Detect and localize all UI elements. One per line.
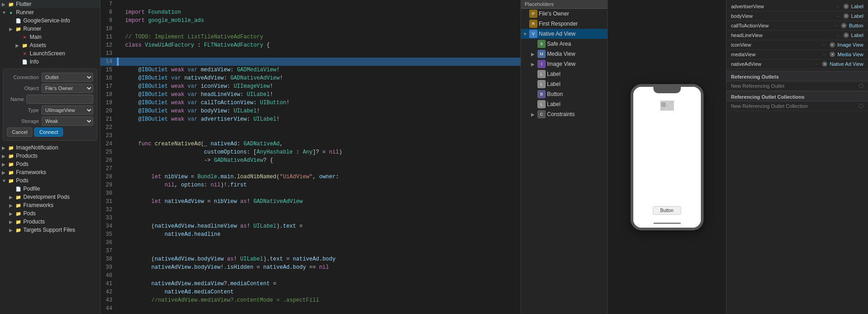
ib-item-label: Image View [547, 61, 575, 67]
sidebar-item-pods-expanded[interactable]: ▼ 📁 Pods [0, 176, 100, 185]
ib-item-label: Media View [547, 51, 575, 57]
sidebar-item-info[interactable]: 📄 Info [0, 58, 100, 66]
phone-frame: Button [631, 84, 704, 230]
ib-constraints[interactable]: ▶ C Constraints [521, 109, 607, 119]
ib-media-view[interactable]: ▶ M Media View [521, 49, 607, 59]
code-line-22: 22 [100, 123, 521, 132]
ib-first-responder[interactable]: R First Responder [521, 19, 607, 29]
sidebar-item-label: GoogleService-Info [23, 17, 70, 24]
arrow-icon: ▼ [2, 10, 7, 15]
ib-files-owner[interactable]: P File's Owner [521, 9, 607, 19]
ib-image-view[interactable]: ▶ I Image View [521, 59, 607, 69]
ib-button[interactable]: B Button [521, 89, 607, 99]
sidebar-item-assets[interactable]: ▶ 📁 Assets [0, 41, 100, 49]
outlet-row-headline: headLineView ← ✕ Label [726, 31, 868, 40]
new-outlet-label: New Referencing Outlet [731, 83, 859, 89]
arrow-icon: ▶ [2, 2, 7, 7]
add-outlet-circle[interactable] [859, 84, 863, 88]
outlet-type: Label [851, 32, 863, 38]
x-file-icon: ✕ [21, 50, 28, 57]
add-collection-circle[interactable] [859, 104, 863, 108]
folder-icon: 📁 [15, 202, 22, 208]
sidebar-item-googleservice[interactable]: 📄 GoogleService-Info [0, 16, 100, 25]
sidebar-item-products2[interactable]: ▶ 📁 Products [0, 218, 100, 226]
sidebar-item-targets[interactable]: ▶ 📁 Targets Support Files [0, 226, 100, 234]
placeholder-icon: P [529, 10, 537, 18]
connection-select[interactable]: Outlet [42, 73, 93, 82]
object-label: Object [7, 85, 39, 91]
arrow-icon: ▶ [2, 145, 7, 150]
outlet-type: Label [851, 4, 863, 9]
ib-label-1[interactable]: L Label [521, 69, 607, 79]
code-line-31: 31 let nativeAdView = nibView as! GADNat… [100, 197, 521, 206]
arrow-icon: ▶ [531, 62, 537, 67]
object-select[interactable]: File's Owner [42, 84, 93, 93]
arrow-icon: ▶ [531, 52, 537, 57]
sidebar-item-frameworks2[interactable]: ▶ 📁 Frameworks [0, 201, 100, 209]
ib-label-2[interactable]: L Label [521, 79, 607, 89]
new-collection-row[interactable]: New Referencing Outlet Collection [726, 101, 868, 111]
ib-item-label: First Responder [539, 21, 578, 27]
x-icon: ✕ [843, 32, 849, 38]
sidebar-item-label: Runner [23, 26, 41, 32]
phone-notch [653, 87, 681, 93]
sidebar-item-devpods[interactable]: ▶ 📁 Development Pods [0, 193, 100, 201]
outlet-name: mediaView [731, 52, 819, 57]
connect-button[interactable]: Connect [34, 128, 63, 137]
code-line-14: 14 [100, 58, 521, 66]
outlet-row-cta: callToActionView ← ✕ Button [726, 21, 868, 31]
sidebar-item-pods2[interactable]: ▶ 📁 Pods [0, 209, 100, 218]
code-line-42: 42 nativeAd.mediaContent [100, 288, 521, 296]
sidebar-item-podfile[interactable]: 📄 Podfile [0, 185, 100, 193]
sidebar-item-label: Products [23, 218, 45, 225]
outlet-name: nativeAdView [731, 61, 811, 67]
arrow-icon: ▼ [523, 32, 529, 37]
code-line-21: 21 @IBOutlet weak var advertiserView: UI… [100, 115, 521, 123]
code-line-11: 11 // TODO: Implement ListTileNativeAdFa… [100, 33, 521, 41]
type-select[interactable]: UIImageView [42, 106, 93, 115]
sidebar-item-main[interactable]: ✕ Main [0, 33, 100, 41]
sidebar-item-label: Development Pods [23, 194, 69, 200]
file-icon: 📄 [15, 186, 22, 192]
cancel-button[interactable]: Cancel [7, 128, 32, 137]
sidebar-item-imagenotification[interactable]: ▶ 📁 ImageNotification [0, 144, 100, 152]
folder-icon: 📁 [7, 144, 15, 151]
name-input[interactable] [26, 95, 93, 104]
sidebar-item-label: Pods [23, 210, 36, 217]
code-editor[interactable]: 7 8 import Foundation 9 import google_mo… [100, 0, 521, 314]
storage-select[interactable]: Weak [42, 117, 93, 126]
outlet-type: Image View [837, 42, 863, 48]
arrow-icon: ▶ [9, 211, 15, 216]
ib-native-ad-view[interactable]: ▼ V Native Ad View [521, 29, 607, 39]
sidebar-item-frameworks-ref[interactable]: ▶ 📁 Frameworks [0, 168, 100, 176]
sidebar-item-label: Podfile [23, 186, 40, 192]
ib-label-3[interactable]: L Label [521, 99, 607, 109]
arrow-icon: ▶ [16, 43, 21, 48]
new-referencing-outlet-row[interactable]: New Referencing Outlet [726, 81, 868, 91]
code-line-35: 35 nativeAd.headline [100, 230, 521, 239]
file-icon: 📄 [21, 59, 28, 65]
sidebar-item-launchscreen[interactable]: ✕ LaunchScreen [0, 49, 100, 58]
sidebar-item-flutter[interactable]: ▶ 📁 Flutter [0, 0, 100, 8]
outlet-type: Label [851, 13, 863, 19]
ib-safe-area[interactable]: S Safe Area [521, 39, 607, 49]
placeholder-icon: R [529, 20, 537, 28]
runner-icon: ● [7, 9, 15, 16]
sidebar-item-runner[interactable]: ▼ ● Runner [0, 8, 100, 16]
outlet-arrow-icon: ← [836, 13, 841, 19]
sidebar-item-pods-ref[interactable]: ▶ 📁 Pods [0, 160, 100, 168]
x-icon: ✕ [841, 23, 847, 28]
code-line-32: 32 [100, 206, 521, 214]
outlet-arrow-icon: ← [822, 42, 827, 48]
sidebar-item-runner-sub[interactable]: ▶ 📁 Runner [0, 25, 100, 33]
sidebar-item-products-top[interactable]: ▶ 📁 Products [0, 152, 100, 160]
storage-label: Storage [7, 118, 39, 124]
media-view-icon: M [537, 50, 546, 58]
outlet-name: headLineView [731, 32, 833, 38]
code-line-36: 36 [100, 239, 521, 247]
code-line-7: 7 [100, 0, 521, 8]
folder-icon: 📁 [7, 1, 15, 7]
placeholders-header: Placeholders [521, 0, 607, 9]
outlet-arrow-icon: ← [833, 23, 838, 28]
code-line-18: 18 @IBOutlet weak var headLineView: UILa… [100, 90, 521, 99]
